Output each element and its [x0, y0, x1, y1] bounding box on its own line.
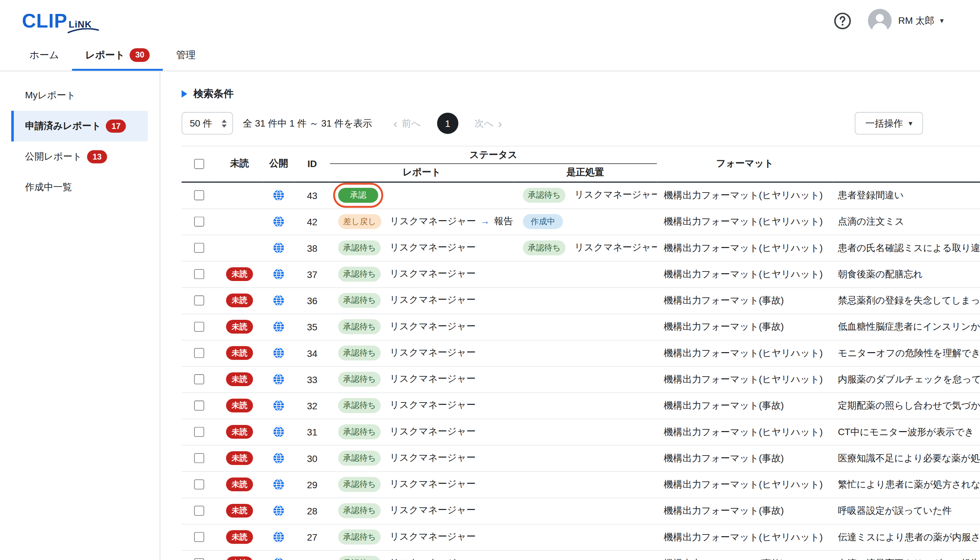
report-title[interactable]: 朝食後薬の配膳忘れ: [833, 261, 980, 287]
sidebar-item-2[interactable]: 公開レポート 13: [0, 142, 160, 172]
report-status-cell: 承認待ちリスクマネージャー: [330, 392, 513, 418]
report-id: 35: [294, 314, 330, 340]
table-row[interactable]: 未読 33 承認待ちリスクマネージャー 機構出力フォーマット(ヒヤリハット) 内…: [182, 366, 980, 392]
row-checkbox[interactable]: [194, 295, 204, 305]
col-header-correction: 是正処置: [513, 163, 657, 182]
sidebar-item-label: Myレポート: [25, 90, 76, 102]
row-checkbox[interactable]: [194, 400, 204, 410]
public-globe-icon: [272, 294, 285, 305]
public-globe-icon: [272, 505, 285, 515]
row-checkbox[interactable]: [194, 453, 204, 463]
report-title[interactable]: 禁忌薬剤の登録を失念してしまっ: [833, 287, 980, 313]
report-title[interactable]: 点滴の注文ミス: [833, 208, 980, 235]
row-checkbox[interactable]: [194, 374, 204, 384]
logo-swoosh-icon: [67, 28, 99, 34]
user-menu[interactable]: RM 太郎 ▾: [868, 9, 944, 33]
report-format: 機構出力フォーマット(ヒヤリハット): [657, 366, 833, 392]
prev-page-button[interactable]: ‹ 前へ: [394, 117, 421, 129]
unread-badge: 未読: [226, 425, 253, 439]
correction-status-cell: [513, 287, 657, 313]
table-row[interactable]: 未読 35 承認待ちリスクマネージャー 機構出力フォーマット(事故) 低血糖性脳…: [182, 314, 980, 340]
col-header-title: [833, 146, 980, 182]
report-title[interactable]: 点滴の流量変更をリーダーに報告: [833, 550, 980, 560]
report-title[interactable]: 患者登録間違い: [833, 182, 980, 208]
tab-2[interactable]: 管理: [163, 41, 209, 70]
report-status-badge: 差し戻し: [338, 214, 381, 229]
table-row[interactable]: 未読 37 承認待ちリスクマネージャー 機構出力フォーマット(ヒヤリハット) 朝…: [182, 261, 980, 287]
report-status-badge: 承認待ち: [338, 503, 381, 518]
report-status-cell: 差し戻しリスクマネージャー→報告者: [330, 208, 513, 235]
report-id: 36: [294, 287, 330, 313]
tab-1[interactable]: レポート 30: [72, 41, 163, 70]
report-flow-to: 報告者: [494, 215, 514, 225]
unread-badge: 未読: [226, 556, 253, 560]
table-row[interactable]: 未読 31 承認待ちリスクマネージャー 機構出力フォーマット(ヒヤリハット) C…: [182, 419, 980, 445]
row-checkbox[interactable]: [194, 427, 204, 437]
report-id: 27: [294, 524, 330, 550]
report-status-badge: 承認待ち: [338, 556, 381, 560]
select-all-checkbox[interactable]: [194, 159, 204, 169]
report-title[interactable]: 内服薬のダブルチェックを怠って: [833, 366, 980, 392]
select-updown-icon: [222, 119, 227, 127]
report-assignee: リスクマネージャー: [390, 557, 476, 560]
next-page-button[interactable]: 次へ ›: [474, 117, 502, 129]
correction-status-cell: [513, 314, 657, 340]
table-row[interactable]: 未読 32 承認待ちリスクマネージャー 機構出力フォーマット(事故) 定期配薬の…: [182, 392, 980, 418]
public-globe-icon: [272, 399, 285, 410]
row-checkbox[interactable]: [194, 190, 204, 200]
report-title[interactable]: 繁忙により患者に薬が処方されな: [833, 471, 980, 497]
report-title[interactable]: 定期配薬の照らし合わせで気づか: [833, 392, 980, 418]
table-row[interactable]: 未読 26 承認待ちリスクマネージャー 機構出力フォーマット(事故) 点滴の流量…: [182, 550, 980, 560]
sidebar-item-0[interactable]: Myレポート: [0, 80, 160, 110]
table-row[interactable]: 未読 36 承認待ちリスクマネージャー 機構出力フォーマット(事故) 禁忌薬剤の…: [182, 287, 980, 313]
row-checkbox[interactable]: [194, 505, 204, 515]
table-row[interactable]: 未読 28 承認待ちリスクマネージャー 機構出力フォーマット(事故) 呼吸器設定…: [182, 497, 980, 523]
correction-status-cell: 承認待ちリスクマネージャー: [513, 235, 657, 261]
row-checkbox[interactable]: [194, 243, 204, 253]
search-conditions-toggle[interactable]: 検索条件: [182, 85, 980, 103]
report-id: 43: [294, 182, 330, 208]
report-title[interactable]: 呼吸器設定が誤っていた件: [833, 497, 980, 523]
table-row[interactable]: 未読 34 承認待ちリスクマネージャー 機構出力フォーマット(ヒヤリハット) モ…: [182, 340, 980, 366]
table-row[interactable]: 38 承認待ちリスクマネージャー 承認待ちリスクマネージャー 機構出力フォーマッ…: [182, 235, 980, 261]
row-checkbox[interactable]: [194, 479, 204, 489]
row-checkbox[interactable]: [194, 348, 204, 358]
flow-arrow-icon: →: [480, 215, 490, 225]
correction-status-cell: [513, 366, 657, 392]
report-format: 機構出力フォーマット(ヒヤリハット): [657, 208, 833, 235]
main-content: 検索条件 50 件 全 31 件中 1 件 ～ 31 件を表示 ‹ 前へ 1: [160, 72, 980, 560]
row-checkbox[interactable]: [194, 217, 204, 227]
table-row[interactable]: 未読 30 承認待ちリスクマネージャー 機構出力フォーマット(事故) 医療知識不…: [182, 445, 980, 471]
col-header-report: レポート: [330, 163, 513, 182]
report-status-cell: 承認待ちリスクマネージャー: [330, 419, 513, 445]
report-title[interactable]: 患者の氏名確認ミスによる取り違: [833, 235, 980, 261]
correction-status-badge: 承認待ち: [523, 187, 566, 203]
row-checkbox[interactable]: [194, 322, 204, 332]
clip-link-logo[interactable]: CLIP LiNK: [22, 11, 92, 30]
current-page-button[interactable]: 1: [437, 113, 459, 134]
report-status-cell: 承認待ちリスクマネージャー: [330, 340, 513, 366]
row-checkbox[interactable]: [194, 269, 204, 279]
report-title[interactable]: 低血糖性脳症患者にインスリンか: [833, 314, 980, 340]
report-status-badge: 承認待ち: [338, 450, 381, 466]
table-row[interactable]: 未読 29 承認待ちリスクマネージャー 機構出力フォーマット(ヒヤリハット) 繁…: [182, 471, 980, 497]
report-title[interactable]: モニターオフの危険性を理解でき: [833, 340, 980, 366]
table-row[interactable]: 43 承認 承認待ちリスクマネージャー 機構出力フォーマット(ヒヤリハット) 患…: [182, 182, 980, 208]
row-checkbox[interactable]: [194, 558, 204, 560]
row-checkbox[interactable]: [194, 532, 204, 542]
public-globe-icon: [272, 373, 285, 383]
help-icon[interactable]: [834, 12, 851, 30]
page-size-select[interactable]: 50 件: [182, 112, 233, 134]
tab-0[interactable]: ホーム: [16, 41, 72, 70]
unread-badge: 未読: [226, 477, 253, 492]
bulk-action-button[interactable]: 一括操作 ▾: [855, 112, 923, 134]
sidebar-item-1[interactable]: 申請済みレポート 17: [11, 111, 148, 142]
sidebar-item-3[interactable]: 作成中一覧: [0, 172, 160, 203]
report-title[interactable]: 伝達ミスにより患者の薬が内服さ: [833, 524, 980, 550]
table-row[interactable]: 未読 27 承認待ちリスクマネージャー 機構出力フォーマット(ヒヤリハット) 伝…: [182, 524, 980, 550]
report-title[interactable]: CT中にモニター波形が表示でき: [833, 419, 980, 445]
table-row[interactable]: 42 差し戻しリスクマネージャー→報告者 作成中 機構出力フォーマット(ヒヤリハ…: [182, 208, 980, 235]
chevron-down-icon: ▾: [908, 119, 912, 128]
report-title[interactable]: 医療知識不足により必要な薬が処: [833, 445, 980, 471]
app-root: CLIP LiNK: [0, 0, 980, 560]
